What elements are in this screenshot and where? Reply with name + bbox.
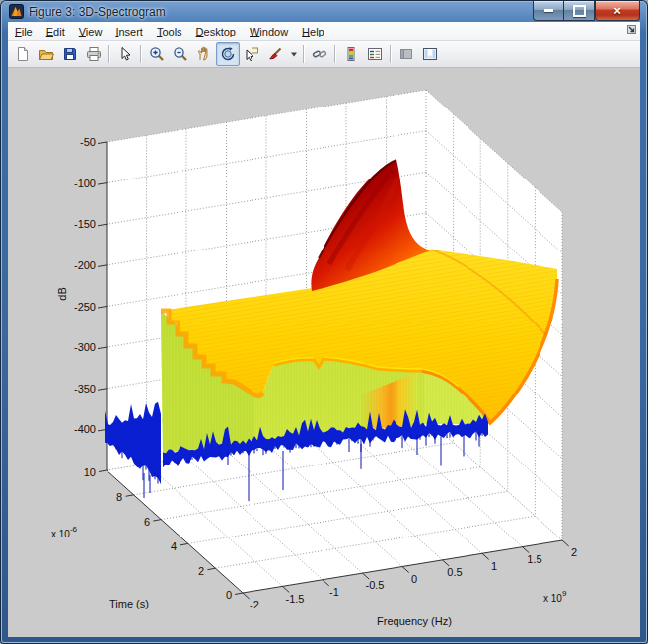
time-axis-multiplier: x 10-6	[51, 525, 78, 539]
toolbar-separator	[334, 45, 336, 63]
zoom-in-icon	[149, 46, 165, 62]
time-tick: 0	[226, 589, 232, 601]
menu-item-desktop[interactable]: Desktop	[189, 24, 243, 39]
time-tick: 4	[171, 540, 177, 552]
multiplier-exponent: -6	[70, 525, 78, 534]
chevron-down-icon	[290, 50, 298, 58]
z-tick: -200	[74, 259, 96, 271]
insert-colorbar-button[interactable]	[339, 42, 363, 66]
menu-label: dit	[53, 26, 65, 37]
menu-item-help[interactable]: Help	[295, 24, 331, 39]
show-plot-tools-button[interactable]	[418, 42, 442, 66]
menu-label: ools	[162, 26, 181, 37]
menu-label: nsert	[118, 26, 142, 37]
minimize-button[interactable]	[533, 1, 563, 21]
hide-plot-tools-icon	[398, 46, 414, 62]
z-tick: -350	[74, 383, 96, 394]
data-cursor-icon	[244, 46, 259, 62]
toolbar-separator	[140, 45, 142, 63]
time-tick: 6	[144, 516, 150, 528]
close-button[interactable]: ×	[595, 1, 640, 21]
legend-icon	[367, 46, 383, 62]
figure-toolbar	[8, 41, 640, 68]
freq-tick: 0	[411, 573, 417, 585]
window-controls: ×	[533, 1, 640, 21]
toolbar-separator	[108, 45, 110, 63]
time-axis-label: Time (s)	[109, 598, 149, 609]
z-tick-labels: -50 -100 -150 -200 -250 -300 -350 -400	[74, 136, 96, 435]
zoom-out-icon	[173, 46, 188, 62]
multiplier-base: x 10	[51, 529, 70, 539]
rotate-3d-button[interactable]	[216, 42, 240, 66]
freq-tick: -2	[250, 599, 259, 610]
z-tick: -300	[74, 341, 96, 353]
z-tick: -150	[74, 218, 96, 230]
menu-item-insert[interactable]: Insert	[108, 24, 150, 39]
freq-tick: -0.5	[366, 579, 385, 591]
menu-item-window[interactable]: Window	[243, 24, 295, 39]
menu-item-tools[interactable]: Tools	[150, 24, 189, 39]
new-document-icon	[15, 46, 31, 62]
minimize-icon	[544, 9, 553, 12]
freq-axis-multiplier: x 109	[543, 589, 567, 604]
menu-accel: H	[302, 26, 310, 37]
freq-axis-label: Frequency (Hz)	[377, 615, 452, 627]
menu-accel: D	[196, 26, 204, 37]
pointer-tool-button[interactable]	[113, 42, 137, 66]
figure-client-area: File Edit View Insert Tools Desktop Wind…	[8, 22, 640, 637]
screen: { "window": { "title": "Figure 3: 3D-Spe…	[0, 0, 648, 644]
show-plot-tools-icon	[422, 46, 438, 62]
link-plot-button[interactable]	[308, 42, 331, 66]
menu-item-edit[interactable]: Edit	[39, 24, 72, 39]
pointer-arrow-icon	[117, 46, 133, 62]
zoom-in-button[interactable]	[145, 42, 169, 66]
pan-hand-icon	[196, 46, 212, 62]
brush-dropdown-button[interactable]	[287, 42, 300, 66]
menu-label: ile	[22, 26, 33, 37]
pan-tool-button[interactable]	[192, 42, 216, 66]
save-figure-button[interactable]	[58, 42, 82, 66]
brush-data-button[interactable]	[263, 42, 287, 66]
open-file-button[interactable]	[35, 42, 58, 66]
z-axis-label: dB	[56, 287, 68, 300]
menu-accel: E	[46, 26, 53, 37]
multiplier-exponent: 9	[562, 589, 567, 598]
z-tick: -100	[74, 178, 96, 189]
zoom-out-button[interactable]	[169, 42, 192, 66]
open-folder-icon	[38, 46, 54, 62]
toolbar-separator	[303, 45, 305, 63]
z-tick: -400	[74, 423, 96, 435]
data-cursor-button[interactable]	[240, 42, 263, 66]
time-tick: 8	[116, 491, 122, 503]
z-tick: -250	[74, 301, 96, 313]
menu-label: indow	[259, 26, 288, 37]
hide-plot-tools-button[interactable]	[395, 42, 418, 66]
freq-tick: 1	[491, 560, 497, 572]
brush-icon	[267, 46, 283, 62]
maximize-button[interactable]	[563, 1, 595, 21]
menu-item-file[interactable]: File	[8, 24, 39, 39]
time-tick: 10	[84, 466, 96, 478]
menu-label: elp	[310, 26, 324, 37]
maximize-icon	[573, 5, 586, 17]
menu-accel: F	[15, 26, 22, 37]
printer-icon	[86, 46, 102, 62]
plot-canvas[interactable]: -50 -100 -150 -200 -250 -300 -350 -400 1…	[8, 68, 640, 637]
freq-tick: 1.5	[527, 553, 541, 565]
freq-tick: 2	[571, 546, 577, 558]
print-figure-button[interactable]	[82, 42, 106, 66]
menu-label: esktop	[204, 26, 236, 37]
axes-3d[interactable]: -50 -100 -150 -200 -250 -300 -350 -400 1…	[8, 68, 640, 637]
menu-item-view[interactable]: View	[72, 24, 109, 39]
dock-figure-icon[interactable]	[627, 25, 636, 34]
freq-tick: 0.5	[447, 566, 462, 578]
new-figure-button[interactable]	[11, 42, 35, 66]
title-bar[interactable]: Figure 3: 3D-Spectrogram ×	[0, 1, 648, 22]
insert-legend-button[interactable]	[363, 42, 387, 66]
time-tick: 2	[198, 565, 204, 577]
save-floppy-icon	[62, 46, 78, 62]
freq-tick: -1	[329, 586, 339, 598]
menu-accel: W	[250, 26, 259, 37]
freq-tick: -1.5	[286, 593, 305, 605]
z-tick: -50	[80, 136, 96, 148]
